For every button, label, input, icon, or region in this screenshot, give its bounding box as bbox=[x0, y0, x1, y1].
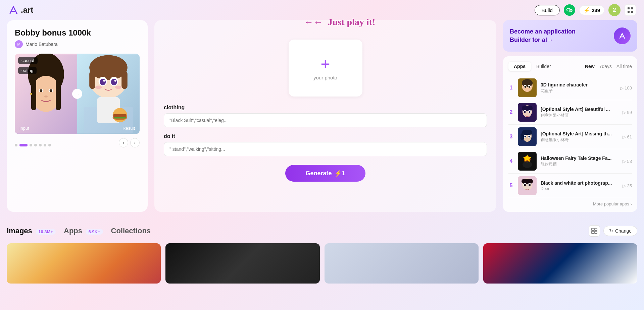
change-label: Change bbox=[615, 228, 632, 234]
main-content: Bobby bonus 1000k M Mario Batubara bbox=[0, 20, 644, 219]
app-plays-3: ▷ 61 bbox=[623, 134, 632, 139]
svg-point-46 bbox=[525, 86, 526, 88]
svg-rect-39 bbox=[113, 114, 127, 117]
tab-apps[interactable]: Apps bbox=[508, 62, 531, 71]
svg-point-0 bbox=[16, 13, 17, 14]
play-label-text: Just play it! bbox=[328, 17, 376, 27]
app-item-4[interactable]: 4 Halloween Fairy Tale Stage Fa... 龍鮒貝爾 … bbox=[508, 149, 632, 174]
more-popular-apps-link[interactable]: More popular apps › bbox=[508, 201, 632, 206]
app-thumb-3 bbox=[518, 127, 537, 146]
grid-icon[interactable] bbox=[625, 4, 636, 16]
grid-image-4[interactable] bbox=[483, 243, 637, 284]
left-card: Bobby bonus 1000k M Mario Batubara bbox=[7, 20, 148, 212]
user-avatar[interactable]: 2 bbox=[608, 4, 621, 16]
svg-point-32 bbox=[103, 80, 105, 82]
svg-point-18 bbox=[40, 89, 42, 92]
play-label: ←← Just play it! bbox=[304, 17, 376, 27]
result-face-svg bbox=[77, 54, 140, 134]
doit-label: do it bbox=[164, 133, 175, 139]
app-info-4: Halloween Fairy Tale Stage Fa... 龍鮒貝爾 bbox=[541, 156, 618, 167]
doit-input[interactable] bbox=[164, 142, 487, 156]
grid-image-2[interactable] bbox=[165, 243, 319, 284]
bottom-section: Images 10.3M+ Apps 6.9K+ Collections ↻ C… bbox=[0, 219, 644, 284]
clothing-label: clothing bbox=[164, 105, 185, 111]
dot-3 bbox=[34, 144, 37, 146]
filter-new[interactable]: New bbox=[585, 64, 595, 69]
svg-point-34 bbox=[95, 86, 102, 89]
app-author-2: 創意無限小林哥 bbox=[541, 113, 618, 118]
app-item-5[interactable]: 5 Black and white art photograp... bbox=[508, 174, 632, 198]
app-plays-2: ▷ 99 bbox=[623, 110, 632, 115]
dot-0 bbox=[15, 144, 17, 146]
app-item-3[interactable]: 3 [Optional Style Art] Missing th... bbox=[508, 125, 632, 149]
lightning-badge[interactable]: ⚡ 239 bbox=[579, 5, 604, 15]
next-arrow[interactable]: › bbox=[130, 138, 140, 147]
app-plays-5: ▷ 35 bbox=[623, 183, 632, 188]
svg-point-61 bbox=[525, 136, 526, 138]
wechat-icon[interactable] bbox=[564, 4, 575, 16]
change-button[interactable]: ↻ Change bbox=[603, 226, 637, 236]
filter-alltime[interactable]: All time bbox=[616, 64, 632, 69]
dot-1 bbox=[19, 144, 28, 146]
author-name: Mario Batubara bbox=[26, 42, 58, 47]
app-item-1[interactable]: 1 3D figurine character 花鱼子 bbox=[508, 76, 632, 100]
app-info-5: Black and white art photograp... Deer bbox=[541, 180, 618, 191]
svg-point-3 bbox=[568, 9, 568, 10]
images-badge: 10.3M+ bbox=[36, 229, 56, 235]
svg-point-47 bbox=[529, 86, 530, 88]
pagination-row: ‹ › bbox=[15, 138, 140, 147]
photo-upload-box[interactable]: + your photo bbox=[289, 40, 362, 97]
app-thumb-5 bbox=[518, 176, 537, 195]
nav-arrows: ‹ › bbox=[119, 138, 140, 147]
builder-banner[interactable]: Become an application Builder for al→ bbox=[503, 20, 637, 52]
svg-point-20 bbox=[44, 96, 48, 98]
build-button[interactable]: Build bbox=[535, 5, 560, 15]
bottom-tabs: Images 10.3M+ Apps 6.9K+ Collections ↻ C… bbox=[7, 225, 637, 237]
tab-apps-bottom[interactable]: Apps 6.9K+ bbox=[64, 227, 103, 235]
svg-rect-15 bbox=[56, 77, 61, 110]
result-panel: Result bbox=[77, 54, 140, 134]
tab-images[interactable]: Images 10.3M+ bbox=[7, 227, 56, 235]
svg-rect-75 bbox=[595, 228, 597, 231]
svg-rect-26 bbox=[89, 71, 95, 89]
dot-5 bbox=[44, 144, 46, 146]
app-author-4: 龍鮒貝爾 bbox=[541, 162, 618, 167]
app-author-1: 花鱼子 bbox=[541, 88, 616, 94]
app-info-3: [Optional Style Art] Missing th... 創意無限小… bbox=[541, 131, 618, 143]
nav-right: Build ⚡ 239 2 bbox=[535, 4, 636, 16]
app-item-2[interactable]: 2 [Optional Style Art] Beautiful ... bbox=[508, 100, 632, 125]
builder-line2: Builder for al→ bbox=[510, 36, 576, 44]
app-plays-1: ▷ 108 bbox=[620, 85, 632, 90]
result-label: Result bbox=[122, 126, 135, 131]
lightning-icon: ⚡ bbox=[584, 7, 590, 13]
grid-image-3[interactable] bbox=[325, 243, 479, 284]
tab-collections[interactable]: Collections bbox=[111, 227, 151, 235]
clothing-input[interactable] bbox=[164, 113, 487, 127]
plus-icon: + bbox=[320, 56, 330, 72]
pagination-dots bbox=[15, 144, 51, 146]
tab-builder[interactable]: Builder bbox=[531, 62, 556, 71]
svg-point-62 bbox=[529, 136, 530, 138]
app-info-1: 3D figurine character 花鱼子 bbox=[541, 82, 616, 94]
builder-icon bbox=[614, 27, 631, 44]
generate-cost: ⚡1 bbox=[335, 170, 345, 177]
app-name-5: Black and white art photograp... bbox=[541, 180, 618, 186]
bottom-controls: ↻ Change bbox=[589, 225, 637, 237]
app-name-2: [Optional Style Art] Beautiful ... bbox=[541, 107, 618, 112]
logo-text: .art bbox=[21, 5, 33, 15]
prev-arrow[interactable]: ‹ bbox=[119, 138, 128, 147]
svg-point-53 bbox=[524, 111, 526, 113]
logo[interactable]: .art bbox=[8, 5, 33, 15]
card-title: Bobby bonus 1000k bbox=[15, 28, 140, 38]
grid-image-1[interactable] bbox=[7, 243, 161, 284]
generate-button[interactable]: Generate ⚡1 bbox=[285, 165, 365, 182]
app-info-2: [Optional Style Art] Beautiful ... 創意無限小… bbox=[541, 107, 618, 118]
builder-text: Become an application Builder for al→ bbox=[510, 27, 576, 44]
svg-point-6 bbox=[571, 10, 572, 11]
app-name-1: 3D figurine character bbox=[541, 82, 616, 87]
layout-toggle-button[interactable] bbox=[589, 225, 600, 237]
filter-7days[interactable]: 7days bbox=[599, 64, 612, 69]
author-avatar: M bbox=[15, 40, 23, 48]
arrow-curved: ←← bbox=[304, 17, 323, 27]
svg-point-54 bbox=[529, 111, 531, 113]
